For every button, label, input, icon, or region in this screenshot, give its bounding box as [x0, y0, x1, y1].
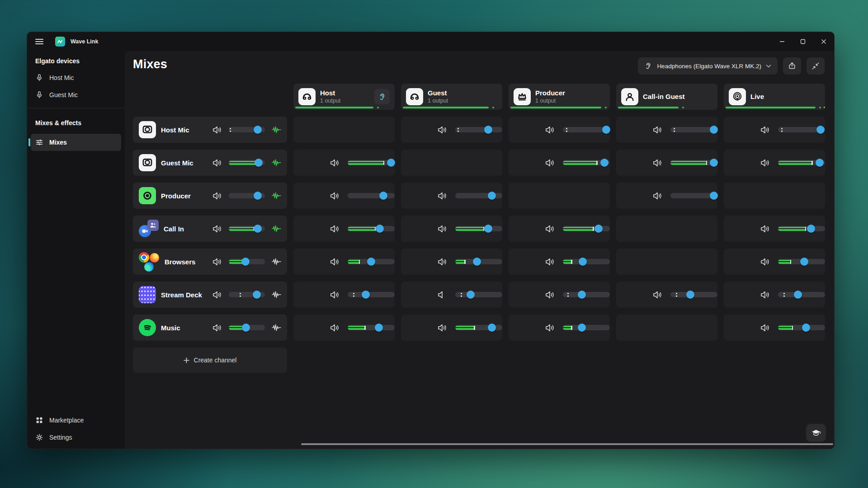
- volume-slider[interactable]: [778, 125, 825, 135]
- volume-slider[interactable]: [563, 290, 610, 300]
- slider-knob[interactable]: [387, 159, 395, 167]
- volume-slider[interactable]: [455, 257, 502, 267]
- effects-waveform-icon[interactable]: [272, 225, 281, 233]
- slider-knob[interactable]: [816, 159, 824, 167]
- mix-column-guest[interactable]: Guest1 output: [401, 84, 502, 110]
- speaker-icon[interactable]: [437, 124, 448, 136]
- slider-knob[interactable]: [484, 225, 492, 233]
- slider-knob[interactable]: [807, 225, 815, 233]
- slider-knob[interactable]: [710, 192, 718, 200]
- volume-slider[interactable]: [348, 158, 395, 168]
- menu-icon[interactable]: [35, 39, 43, 44]
- slider-knob[interactable]: [484, 126, 492, 134]
- volume-slider[interactable]: [229, 323, 265, 333]
- speaker-icon[interactable]: [212, 157, 223, 169]
- sidebar-item-host-mic[interactable]: Host Mic: [31, 69, 121, 86]
- close-button[interactable]: [813, 32, 834, 51]
- speaker-icon[interactable]: [437, 256, 448, 267]
- slider-knob[interactable]: [473, 258, 481, 266]
- slider-knob[interactable]: [254, 126, 262, 134]
- speaker-icon[interactable]: [652, 190, 663, 202]
- volume-slider[interactable]: [455, 191, 502, 201]
- speaker-muted-icon[interactable]: [437, 289, 448, 300]
- slider-knob[interactable]: [376, 225, 384, 233]
- slider-knob[interactable]: [802, 324, 810, 332]
- volume-slider[interactable]: [778, 290, 825, 300]
- speaker-icon[interactable]: [544, 124, 556, 136]
- volume-slider[interactable]: [670, 290, 717, 300]
- effects-waveform-icon[interactable]: [272, 192, 281, 200]
- speaker-icon[interactable]: [212, 124, 223, 136]
- mix-column-producer[interactable]: Producer1 output: [509, 84, 610, 110]
- slider-knob[interactable]: [362, 291, 370, 299]
- channel-producer[interactable]: Producer: [133, 183, 287, 209]
- slider-knob[interactable]: [488, 324, 496, 332]
- slider-knob[interactable]: [467, 291, 475, 299]
- speaker-icon[interactable]: [212, 223, 223, 235]
- mix-column-host[interactable]: Host1 output: [293, 84, 395, 110]
- slider-knob[interactable]: [375, 324, 383, 332]
- speaker-icon[interactable]: [544, 289, 556, 300]
- speaker-icon[interactable]: [652, 289, 663, 300]
- speaker-icon[interactable]: [544, 157, 556, 169]
- output-device-select[interactable]: Headphones (Elgato Wave XLR MK.2): [638, 57, 778, 75]
- volume-slider[interactable]: [348, 257, 395, 267]
- volume-slider[interactable]: [455, 125, 502, 135]
- volume-slider[interactable]: [455, 224, 502, 234]
- monitor-button[interactable]: [374, 89, 390, 104]
- volume-slider[interactable]: [563, 257, 610, 267]
- volume-slider[interactable]: [778, 158, 825, 168]
- sidebar-item-settings[interactable]: Settings: [31, 429, 121, 446]
- volume-slider[interactable]: [563, 125, 610, 135]
- slider-knob[interactable]: [800, 258, 808, 266]
- slider-knob[interactable]: [710, 159, 718, 167]
- speaker-icon[interactable]: [652, 124, 663, 136]
- slider-knob[interactable]: [794, 291, 802, 299]
- effects-waveform-icon[interactable]: [272, 291, 281, 299]
- speaker-icon[interactable]: [760, 223, 771, 235]
- slider-knob[interactable]: [254, 225, 262, 233]
- speaker-icon[interactable]: [544, 223, 556, 235]
- volume-slider[interactable]: [348, 290, 395, 300]
- volume-slider[interactable]: [455, 290, 502, 300]
- slider-knob[interactable]: [710, 126, 718, 134]
- volume-slider[interactable]: [778, 257, 825, 267]
- slider-knob[interactable]: [578, 291, 586, 299]
- slider-knob[interactable]: [602, 126, 610, 134]
- volume-slider[interactable]: [778, 224, 825, 234]
- slider-knob[interactable]: [254, 192, 262, 200]
- volume-slider[interactable]: [670, 191, 717, 201]
- slider-knob[interactable]: [255, 159, 263, 167]
- slider-knob[interactable]: [242, 324, 250, 332]
- maximize-button[interactable]: [793, 32, 813, 51]
- volume-slider[interactable]: [229, 158, 265, 168]
- speaker-icon[interactable]: [212, 322, 223, 333]
- slider-knob[interactable]: [578, 324, 586, 332]
- volume-slider[interactable]: [348, 191, 395, 201]
- volume-slider[interactable]: [229, 224, 265, 234]
- slider-knob[interactable]: [600, 159, 609, 167]
- slider-knob[interactable]: [367, 258, 375, 266]
- share-button[interactable]: [783, 57, 801, 75]
- speaker-icon[interactable]: [760, 124, 771, 136]
- collapse-button[interactable]: [807, 57, 825, 75]
- speaker-icon[interactable]: [212, 190, 223, 202]
- sidebar-item-marketplace[interactable]: Marketplace: [31, 412, 121, 429]
- slider-knob[interactable]: [579, 258, 587, 266]
- slider-knob[interactable]: [686, 291, 694, 299]
- sidebar-item-mixes[interactable]: Mixes: [31, 134, 121, 151]
- minimize-button[interactable]: [772, 32, 793, 51]
- volume-slider[interactable]: [563, 323, 610, 333]
- speaker-icon[interactable]: [329, 289, 340, 300]
- sidebar-item-guest-mic[interactable]: Guest Mic: [31, 86, 121, 103]
- volume-slider[interactable]: [778, 323, 825, 333]
- channel-host-mic[interactable]: Host Mic: [133, 117, 287, 143]
- speaker-icon[interactable]: [212, 256, 223, 267]
- mix-column-call-in-guest[interactable]: Call-in Guest: [616, 84, 717, 110]
- volume-slider[interactable]: [348, 224, 395, 234]
- volume-slider[interactable]: [670, 125, 717, 135]
- speaker-icon[interactable]: [329, 157, 340, 169]
- tutorial-button[interactable]: [806, 424, 826, 442]
- speaker-icon[interactable]: [544, 322, 556, 333]
- slider-knob[interactable]: [241, 258, 250, 266]
